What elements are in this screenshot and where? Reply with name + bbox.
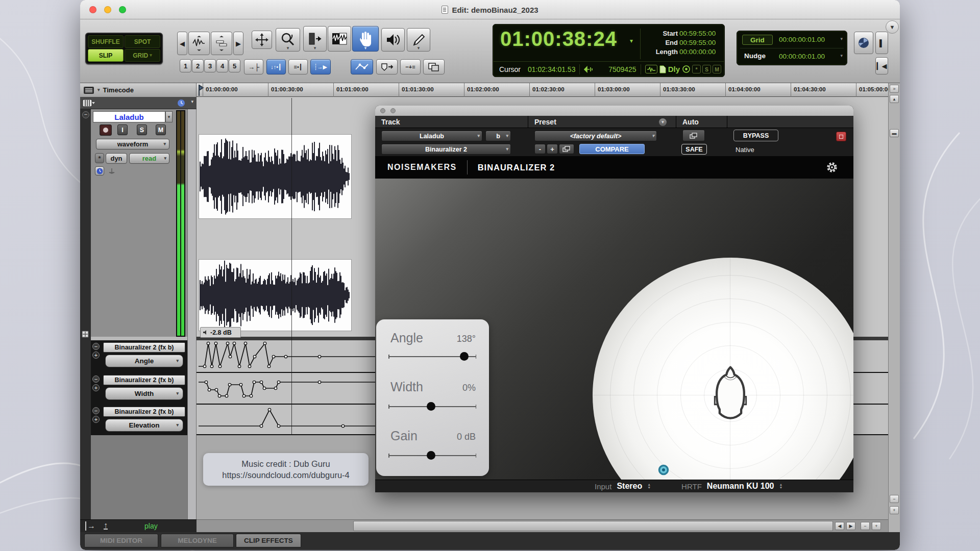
hscroll-thumb[interactable] [353, 521, 833, 531]
vscroll-box-button[interactable]: ▬ [890, 129, 899, 137]
window-layout-button[interactable] [423, 59, 445, 74]
mute-clear-toggle[interactable]: M [713, 65, 721, 73]
bypass-button[interactable]: BYPASS [733, 130, 778, 141]
param-slider-angle[interactable] [388, 356, 476, 357]
insertion-follows-icon[interactable]: → [85, 521, 95, 531]
plugin-track-selector[interactable]: Laladub▾ [381, 131, 482, 141]
ruler-tick[interactable]: 01:04:00:00 [725, 83, 761, 97]
selection-length[interactable]: 00:00:00:00 [679, 48, 716, 56]
hscroll-right-button[interactable]: ▶ [846, 522, 855, 530]
compare-button[interactable]: COMPARE [579, 144, 645, 154]
zoom-clip-button[interactable] [211, 32, 232, 55]
input-updown-icon[interactable]: ▲▼ [647, 483, 651, 489]
mixer-shortcut-button[interactable]: −+≡ [400, 59, 421, 74]
credit-line2[interactable]: https://soundcloud.com/dubguru-4 [222, 470, 350, 480]
source-position-marker[interactable] [657, 463, 670, 477]
vzoom-out-button[interactable]: − [890, 495, 899, 503]
tracklist-clock-icon[interactable] [177, 99, 185, 107]
ruler-tick[interactable]: 01:01:30:00 [399, 83, 434, 97]
preset-librarian-circle[interactable]: ▼ [659, 118, 667, 126]
upload-icon[interactable]: ↑ [104, 522, 108, 530]
zoomer-tool-button[interactable]: ▾ [276, 28, 300, 52]
param-knob-gain[interactable] [427, 451, 435, 460]
dyn-button[interactable]: dyn [106, 153, 127, 164]
param-knob-width[interactable] [427, 402, 435, 411]
lane-param-selector-angle[interactable]: Angle▾ [105, 355, 183, 367]
page-icon[interactable] [659, 65, 666, 73]
vscroll-up-button[interactable]: ▴ [890, 95, 899, 103]
main-counter[interactable]: 01:00:38:24 [500, 28, 617, 51]
lane-param-selector-elevation[interactable]: Elevation▾ [105, 419, 183, 432]
timeline-insertion-icon[interactable] [645, 65, 657, 73]
scrubber-tool-button[interactable] [381, 28, 405, 52]
grid-caret[interactable]: ▾ [840, 37, 843, 41]
track-name-caret[interactable]: ▾ [165, 111, 173, 122]
ruler-tick[interactable]: 01:03:00:00 [595, 83, 630, 97]
mute-button[interactable]: M [156, 124, 166, 135]
shuffle-mode-button[interactable]: SHUFFLE [88, 35, 124, 48]
ruler-tick[interactable]: 01:02:00:00 [464, 83, 499, 97]
hrtf-selector[interactable]: Neumann KU 100 [707, 482, 774, 491]
preset-minus-button[interactable]: - [534, 144, 546, 154]
param-knob-angle[interactable] [460, 352, 469, 361]
solo-button[interactable]: S [137, 124, 147, 135]
vzoom-in-button[interactable]: + [890, 506, 899, 514]
ruler-tick[interactable]: 01:00:30:00 [268, 83, 303, 97]
vscroll-expand-button[interactable]: » [890, 85, 899, 93]
lane-add-button[interactable]: + [92, 384, 100, 391]
plugin-insert-selector[interactable]: Binauralizer 2▾ [381, 144, 511, 155]
plugin-titlebar[interactable] [375, 106, 853, 116]
pencil-tool-button[interactable]: ▾ [407, 28, 430, 52]
grid-toggle[interactable]: Grid [742, 35, 773, 45]
tab-midi-editor[interactable]: MIDI EDITOR [84, 534, 158, 547]
zoom-out-arrow-button[interactable]: ◀ [177, 32, 187, 55]
link-track-edit-button[interactable]: ┊→▶ [310, 59, 331, 74]
plugin-channel-selector[interactable]: b▾ [485, 131, 511, 141]
zoom-preset-5[interactable]: 5 [229, 59, 240, 72]
hzoom-in-button[interactable]: + [872, 522, 881, 530]
star-toggle[interactable]: * [692, 65, 701, 73]
automation-mode-selector[interactable]: read▾ [129, 153, 169, 164]
lane-add-button[interactable]: + [92, 352, 100, 359]
grabber-tool-button[interactable]: ▾ [352, 26, 379, 52]
zoom-preset-3[interactable]: 3 [204, 59, 216, 72]
tab-melodyne[interactable]: MELODYNE [161, 534, 234, 547]
zoom-in-arrow-button[interactable]: ▶ [233, 32, 243, 55]
lane-param-selector-width[interactable]: Width▾ [105, 387, 183, 400]
zoom-waveform-button[interactable] [188, 32, 210, 55]
lane-hide-button[interactable]: − [92, 375, 100, 383]
trim-tool-button[interactable]: ▾ [303, 26, 327, 52]
lane-hide-button[interactable]: − [92, 343, 100, 350]
nudge-caret[interactable]: ▾ [840, 54, 843, 58]
elastic-audio-button[interactable]: * [95, 153, 104, 163]
dly-label[interactable]: Dly [668, 65, 680, 73]
ruler-tick[interactable]: 01:02:30:00 [529, 83, 565, 97]
spot-mode-button[interactable]: SPOT [125, 35, 160, 48]
plugin-target-button[interactable] [390, 108, 396, 113]
grid-mode-button[interactable]: GRID▾ [125, 49, 160, 62]
toolbar-options-chevron[interactable]: ▼ [886, 20, 899, 34]
grid-value[interactable]: 00:00:00:01.00 [779, 36, 825, 43]
automation-follows-edit-button[interactable] [351, 59, 373, 74]
ruler-tick[interactable]: 01:04:30:00 [791, 83, 826, 97]
preset-plus-button[interactable]: + [547, 144, 558, 154]
slip-mode-button[interactable]: SLIP [88, 49, 124, 62]
tab-clip-effects[interactable]: CLIP EFFECTS [236, 534, 301, 547]
ruler-caret[interactable]: ▾ [97, 88, 100, 92]
tracklist-caret[interactable]: ▾ [191, 99, 193, 104]
insertion-follows-playback-button[interactable]: ↓↑•┃ [266, 59, 286, 74]
tab-to-transient-button[interactable]: →├ [244, 59, 263, 74]
selection-start[interactable]: 00:59:55:00 [679, 30, 716, 37]
edit-target-icon[interactable] [82, 331, 89, 338]
zoom-preset-2[interactable]: 2 [192, 59, 204, 72]
tracklist-icon[interactable] [82, 99, 95, 107]
zoom-preset-4[interactable]: 4 [216, 59, 228, 72]
horizontal-scrollbar[interactable]: ◀ ▶ − + [197, 519, 888, 532]
vertical-scroll-column[interactable]: » ▴ ▬ − + [888, 83, 900, 532]
ruler-tick[interactable]: 01:00:00:00 [203, 83, 238, 97]
track-scroll-column[interactable] [187, 109, 197, 532]
ruler-tick[interactable]: 01:05:00:00 [856, 83, 891, 97]
plugin-close-red-button[interactable] [836, 132, 846, 141]
solo-clear-toggle[interactable]: S [702, 65, 711, 73]
safe-button[interactable]: SAFE [681, 144, 707, 155]
